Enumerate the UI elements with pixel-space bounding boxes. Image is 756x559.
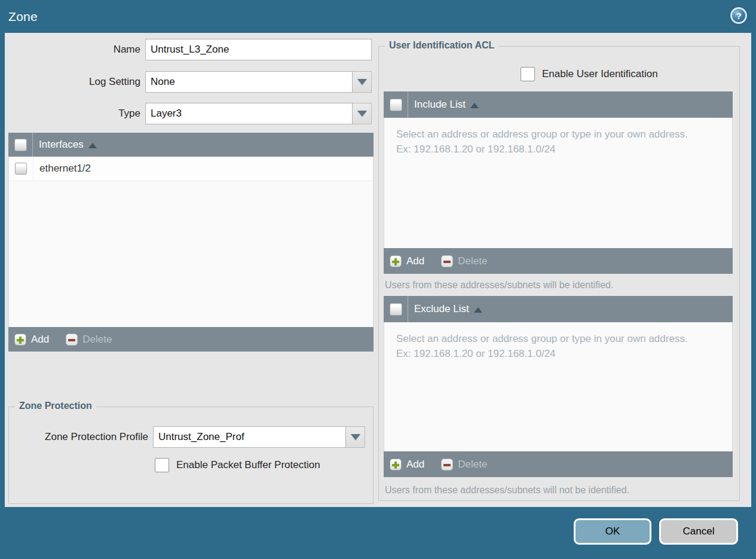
plus-icon: [390, 459, 402, 471]
delete-button[interactable]: Delete: [441, 459, 487, 471]
chevron-down-icon: [357, 79, 367, 85]
include-list-body[interactable]: Select an address or address group or ty…: [384, 118, 733, 248]
sort-asc-icon[interactable]: [88, 143, 97, 148]
zone-protection-profile-input[interactable]: [153, 426, 346, 448]
include-select-all-checkbox[interactable]: [390, 99, 402, 111]
interfaces-header-checkbox-cell: [8, 133, 33, 157]
help-icon[interactable]: ?: [730, 7, 747, 24]
include-list-panel: Include List Select an address or addres…: [384, 91, 733, 274]
zone-dialog-window: Zone ? Name Log Setting Type: [0, 0, 756, 559]
name-row: Name: [5, 39, 377, 60]
sort-asc-icon[interactable]: [470, 103, 479, 108]
exclude-list-caption: Users from these addresses/subnets will …: [385, 485, 629, 496]
enable-user-identification-row: Enable User Identification: [521, 67, 658, 81]
zone-protection-profile-label: Zone Protection Profile: [9, 426, 148, 448]
interfaces-list: ethernet1/2: [8, 157, 374, 327]
cancel-button[interactable]: Cancel: [659, 518, 738, 545]
dialog-body: Name Log Setting Type: [5, 33, 751, 507]
zone-protection-section: Zone Protection Zone Protection Profile …: [8, 407, 374, 504]
dialog-titlebar: Zone ?: [0, 0, 756, 33]
row-checkbox[interactable]: [15, 163, 27, 175]
include-list-caption: Users from these addresses/subnets will …: [385, 280, 613, 291]
interfaces-toolbar: Add Delete: [8, 327, 374, 352]
type-label: Type: [5, 103, 140, 124]
minus-icon: [66, 334, 78, 346]
exclude-list-body[interactable]: Select an address or address group or ty…: [384, 322, 733, 451]
packet-buffer-row: Enable Packet Buffer Protection: [155, 458, 320, 472]
log-setting-label: Log Setting: [5, 71, 140, 93]
zone-protection-legend: Zone Protection: [15, 401, 96, 411]
user-identification-acl-section: User Identification ACL Enable User Iden…: [378, 46, 740, 501]
name-label: Name: [5, 39, 140, 60]
user-identification-acl-legend: User Identification ACL: [385, 40, 498, 51]
delete-button-label: Delete: [82, 334, 112, 346]
add-button-label: Add: [406, 255, 424, 267]
dialog-title: Zone: [8, 10, 38, 24]
plus-icon: [390, 255, 402, 267]
exclude-list-header: Exclude List: [384, 296, 733, 322]
enable-user-identification-checkbox[interactable]: [521, 67, 535, 81]
exclude-list-panel: Exclude List Select an address or addres…: [384, 296, 733, 477]
delete-button[interactable]: Delete: [441, 255, 487, 267]
delete-button-label: Delete: [458, 255, 487, 267]
exclude-list-placeholder: Select an address or address group or ty…: [384, 322, 707, 371]
zone-protection-profile-dropdown-button[interactable]: [346, 426, 365, 448]
plus-icon: [14, 334, 26, 346]
interfaces-header: Interfaces: [8, 133, 374, 157]
include-list-header: Include List: [384, 91, 733, 118]
enable-user-identification-label: Enable User Identification: [542, 67, 658, 81]
add-button[interactable]: Add: [390, 459, 424, 471]
delete-button[interactable]: Delete: [66, 334, 112, 346]
name-input[interactable]: [145, 39, 372, 60]
zone-protection-profile-row: Zone Protection Profile: [9, 426, 371, 448]
add-button-label: Add: [406, 459, 424, 471]
exclude-list-column-header: Exclude List: [414, 303, 469, 315]
include-list-column-header: Include List: [414, 99, 466, 111]
delete-button-label: Delete: [458, 459, 487, 471]
add-button[interactable]: Add: [14, 334, 49, 346]
interface-name: ethernet1/2: [39, 163, 91, 175]
interfaces-column-header: Interfaces: [39, 139, 84, 151]
ok-button[interactable]: OK: [574, 518, 651, 545]
sort-asc-icon[interactable]: [474, 307, 482, 313]
include-list-placeholder: Select an address or address group or ty…: [384, 118, 707, 166]
add-button-label: Add: [31, 334, 49, 346]
minus-icon: [441, 255, 453, 267]
enable-packet-buffer-protection-label: Enable Packet Buffer Protection: [176, 458, 320, 472]
chevron-down-icon: [351, 434, 360, 440]
minus-icon: [441, 459, 453, 471]
type-input[interactable]: [145, 103, 353, 124]
exclude-select-all-checkbox[interactable]: [390, 303, 402, 316]
log-setting-input[interactable]: [145, 71, 353, 93]
type-row: Type: [5, 103, 377, 124]
add-button[interactable]: Add: [390, 255, 424, 267]
exclude-header-checkbox-cell: [384, 296, 408, 322]
chevron-down-icon: [357, 111, 367, 117]
interfaces-panel: Interfaces ethernet1/2 Add: [8, 133, 374, 352]
enable-packet-buffer-protection-checkbox[interactable]: [155, 458, 169, 472]
interfaces-select-all-checkbox[interactable]: [14, 139, 27, 151]
log-setting-row: Log Setting: [5, 71, 377, 93]
row-checkbox-cell: [9, 157, 33, 181]
exclude-list-toolbar: Add Delete: [384, 451, 733, 477]
table-row[interactable]: ethernet1/2: [9, 157, 373, 181]
include-list-toolbar: Add Delete: [384, 248, 733, 274]
include-header-checkbox-cell: [384, 91, 408, 118]
type-dropdown-button[interactable]: [353, 103, 372, 124]
log-setting-dropdown-button[interactable]: [353, 71, 372, 93]
